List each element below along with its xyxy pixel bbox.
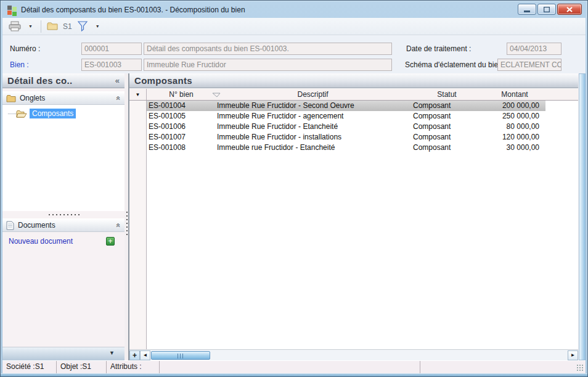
- app-window: Détail des composants du bien ES-001003.…: [0, 0, 588, 377]
- add-document-button[interactable]: +: [106, 237, 115, 246]
- cell-montant: 30 000,00: [484, 143, 545, 153]
- date-traitement-label: Date de traitement :: [406, 43, 471, 55]
- scrollbar-thumb[interactable]: [151, 351, 210, 360]
- tabs-tree: Composants: [2, 105, 125, 211]
- cell-montant: 80 000,00: [484, 122, 545, 132]
- sidebar-footer: ▼: [2, 347, 125, 360]
- table-row[interactable]: ES-001004 Immeuble Rue Fructidor - Secon…: [147, 101, 545, 111]
- close-icon: [566, 7, 573, 12]
- column-header-descriptif[interactable]: Descriptif: [216, 89, 410, 100]
- thumb-grip-icon: [178, 354, 184, 358]
- main-panel: Composants ▼ N° bien Descriptif Statut: [129, 73, 578, 360]
- cell-statut: Composant: [410, 101, 484, 111]
- schema-eclatement-field[interactable]: ECLATEMENT COM: [497, 59, 561, 71]
- filter-button[interactable]: [75, 20, 91, 33]
- column-header-montant[interactable]: Montant: [484, 89, 545, 100]
- cell-descriptif: Immeuble rue Fructidor - Etancheité: [216, 143, 410, 153]
- documents-area: Nouveau document +: [2, 232, 125, 347]
- row-selector-icon: ▼: [136, 92, 141, 97]
- sidebar-title: Détail des co..: [7, 75, 72, 86]
- sidebar-header: Détail des co.. «: [2, 73, 125, 88]
- collapse-group-icon[interactable]: «: [115, 223, 123, 228]
- print-button[interactable]: [6, 20, 23, 33]
- status-fill: [420, 361, 586, 373]
- cell-montant: 250 000,00: [484, 111, 545, 122]
- status-bar: Société :S1 Objet :S1 Attributs :: [2, 360, 586, 373]
- filter-dropdown[interactable]: ▼: [91, 20, 105, 33]
- row-selector-header[interactable]: ▼: [129, 89, 147, 100]
- group-header-onglets[interactable]: Onglets «: [2, 91, 125, 105]
- footer-dropdown-icon[interactable]: ▼: [109, 350, 115, 356]
- cell-statut: Composant: [410, 111, 484, 122]
- document-icon: [6, 221, 14, 230]
- chevron-down-icon: ▼: [93, 24, 102, 28]
- cell-montant: 200 000,00: [484, 101, 545, 111]
- cell-nbien: ES-001005: [147, 111, 216, 122]
- status-societe: Société :S1: [2, 361, 57, 373]
- window-title: Détail des composants du bien ES-001003.…: [21, 2, 245, 18]
- title-bar: Détail des composants du bien ES-001003.…: [2, 2, 586, 18]
- folder-icon: [6, 94, 16, 102]
- cell-montant: 120 000,00: [484, 132, 545, 143]
- record-form: Numéro : 000001 Détail des composants du…: [2, 35, 586, 73]
- resize-grip-icon[interactable]: [576, 364, 584, 371]
- tree-item-label: Composants: [30, 109, 76, 118]
- maximize-icon: [544, 7, 550, 12]
- print-dropdown[interactable]: ▼: [23, 20, 38, 33]
- table-row[interactable]: ES-001008 Immeuble rue Fructidor - Etanc…: [147, 143, 545, 153]
- table-row[interactable]: ES-001007 Immeuble Rue Fructidor - insta…: [147, 132, 545, 143]
- column-header-nbien[interactable]: N° bien: [147, 89, 216, 100]
- scrollbar-track[interactable]: [211, 350, 568, 360]
- cell-descriptif: Immeuble Rue Fructidor - Second Oeuvre: [216, 101, 410, 111]
- cell-descriptif: Immeuble Rue Fructidor - installations: [216, 132, 410, 143]
- numero-field[interactable]: 000001: [81, 43, 142, 55]
- chevron-down-icon: ▼: [26, 24, 35, 28]
- tree-connector: [8, 114, 16, 114]
- toolbar: ▼ S1 ▼: [2, 18, 586, 35]
- date-traitement-field[interactable]: 04/04/2013: [507, 43, 561, 55]
- numero-label: Numéro :: [10, 43, 40, 55]
- cell-statut: Composant: [410, 122, 484, 132]
- folder-button[interactable]: [44, 20, 60, 33]
- cell-statut: Composant: [410, 143, 484, 153]
- table-row[interactable]: ES-001006 Immeuble Rue Fructidor - Etanc…: [147, 122, 545, 132]
- window-bottom-border: [1, 373, 587, 376]
- cell-nbien: ES-001008: [147, 143, 216, 153]
- grid-header: ▼ N° bien Descriptif Statut Montant: [129, 88, 578, 101]
- panel-splitter[interactable]: [125, 73, 129, 360]
- cell-nbien: ES-001007: [147, 132, 216, 143]
- collapse-sidebar-icon[interactable]: «: [115, 76, 120, 85]
- cell-statut: Composant: [410, 132, 484, 143]
- cell-nbien: ES-001006: [147, 122, 216, 132]
- scroll-right-button[interactable]: ►: [568, 350, 578, 360]
- collapse-group-icon[interactable]: «: [115, 96, 123, 101]
- minimize-button[interactable]: [518, 4, 536, 15]
- toolbar-s1-label: S1: [63, 22, 72, 31]
- bien-field[interactable]: ES-001003: [81, 59, 142, 71]
- minimize-icon: [524, 7, 530, 12]
- cell-descriptif: Immeuble Rue Fructidor - agencement: [216, 111, 410, 122]
- sidebar-splitter[interactable]: [2, 211, 125, 218]
- numero-description-field[interactable]: Détail des composants du bien ES-001003.: [144, 43, 392, 55]
- add-row-button[interactable]: +: [129, 350, 140, 360]
- tree-item-composants[interactable]: Composants: [2, 107, 125, 120]
- status-attributs: Attributs :: [107, 361, 160, 373]
- group-label-documents: Documents: [18, 221, 55, 230]
- column-header-statut[interactable]: Statut: [410, 89, 484, 100]
- bien-description-field[interactable]: Immeuble Rue Fructidor: [144, 59, 392, 71]
- group-header-documents[interactable]: Documents «: [2, 218, 125, 232]
- new-document-link[interactable]: Nouveau document: [9, 237, 73, 246]
- vertical-scrollbar[interactable]: [579, 73, 586, 360]
- column-label: Descriptif: [297, 90, 328, 99]
- grid-body: ES-001004 Immeuble Rue Fructidor - Secon…: [129, 101, 578, 349]
- open-folder-icon: [16, 110, 27, 118]
- scroll-left-button[interactable]: ◄: [140, 350, 150, 360]
- table-row[interactable]: ES-001005 Immeuble Rue Fructidor - agenc…: [147, 111, 545, 122]
- column-label: N° bien: [169, 90, 194, 99]
- row-indicator-column: [129, 101, 147, 349]
- close-button[interactable]: [557, 4, 582, 15]
- column-label: Statut: [437, 90, 456, 99]
- bien-label: Bien :: [10, 59, 29, 71]
- maximize-button[interactable]: [537, 4, 556, 15]
- app-icon: [7, 5, 17, 15]
